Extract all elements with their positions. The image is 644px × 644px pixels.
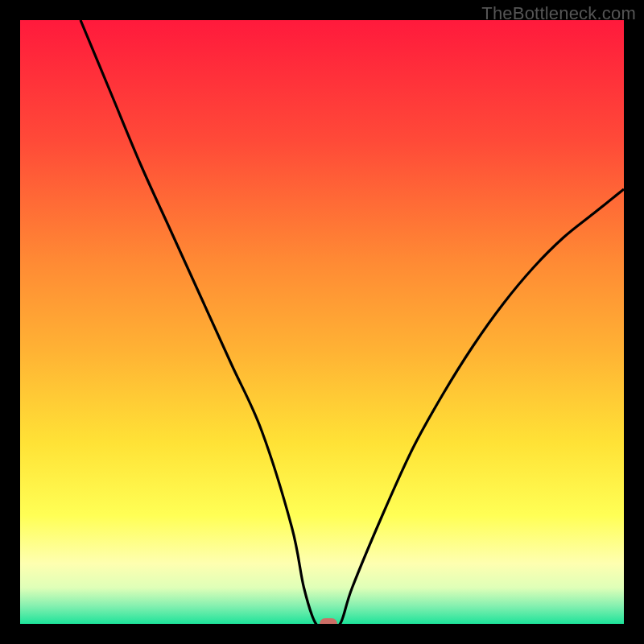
bottleneck-curve-path — [80, 20, 624, 624]
optimal-marker — [320, 618, 337, 624]
chart-plot-area — [20, 20, 624, 624]
chart-curve-svg — [20, 20, 624, 624]
watermark-text: TheBottleneck.com — [481, 3, 636, 24]
